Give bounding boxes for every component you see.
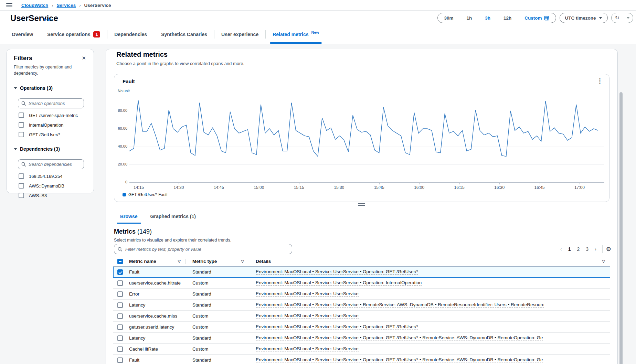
- filter-icon[interactable]: ▽: [241, 259, 244, 264]
- legend-swatch: [123, 193, 126, 196]
- table-row[interactable]: getuser.userid.latency Custom Environmen…: [113, 322, 610, 333]
- row-checkbox[interactable]: [117, 291, 123, 297]
- details-link[interactable]: Environment: MacOSLocal • Service: UserS…: [256, 302, 544, 308]
- row-checkbox[interactable]: [117, 280, 123, 286]
- vertical-scrollbar[interactable]: [619, 92, 623, 364]
- dependency-checkbox-row[interactable]: AWS::DynamoDB: [19, 183, 87, 189]
- chevron-right-icon: ›: [52, 3, 53, 8]
- time-range-3h[interactable]: 3h: [478, 15, 497, 21]
- table-row[interactable]: CacheHitRate Custom Environment: MacOSLo…: [113, 344, 610, 355]
- details-link[interactable]: Environment: MacOSLocal • Service: UserS…: [256, 335, 543, 341]
- chevron-down-icon: [627, 17, 629, 19]
- details-link[interactable]: Environment: MacOSLocal • Service: UserS…: [256, 357, 543, 363]
- details-link[interactable]: Environment: MacOSLocal • Service: UserS…: [256, 346, 359, 352]
- filter-icon[interactable]: ▽: [178, 259, 181, 264]
- tab-user-experience[interactable]: User experience: [214, 25, 265, 44]
- details-link[interactable]: Environment: MacOSLocal • Service: UserS…: [256, 324, 418, 330]
- select-all-checkbox[interactable]: [117, 259, 123, 264]
- legend-label: GET /GetUser/* Fault: [128, 192, 168, 197]
- checkbox[interactable]: [19, 132, 24, 137]
- details-link[interactable]: Environment: MacOSLocal • Service: UserS…: [256, 280, 422, 286]
- page-header: UserService Info 30m 1h 3h 12h Custom UT…: [0, 11, 636, 25]
- related-metrics-panel: Related metrics Choose a point in the gr…: [106, 49, 618, 364]
- dependency-checkbox-row[interactable]: 169.254.169.254: [19, 173, 87, 179]
- filters-panel: Filters ✕ Filter metrics by operation an…: [7, 49, 94, 193]
- close-icon[interactable]: ✕: [81, 55, 87, 61]
- table-row[interactable]: Fault Standard Environment: MacOSLocal •…: [113, 267, 610, 278]
- dependency-checkbox-row[interactable]: AWS::S3: [19, 193, 87, 198]
- tab-graphed-metrics[interactable]: Graphed metrics (1): [144, 210, 202, 223]
- search-icon: [21, 162, 26, 167]
- checkbox[interactable]: [19, 183, 24, 189]
- checkbox[interactable]: [19, 193, 24, 198]
- time-range-1h[interactable]: 1h: [460, 15, 479, 21]
- refresh-button[interactable]: ↻: [612, 13, 623, 23]
- row-checkbox[interactable]: [117, 335, 123, 341]
- x-axis-tick: 16:30: [494, 185, 505, 190]
- fault-chart-card: Fault ⋮ No unit 80.00 60.00 40.00 20.00 …: [114, 74, 610, 202]
- table-row[interactable]: Latency Standard Environment: MacOSLocal…: [113, 300, 610, 311]
- timezone-selector[interactable]: UTC timezone: [560, 13, 608, 23]
- dependencies-section-toggle[interactable]: Dependencies (3): [14, 146, 87, 152]
- table-row[interactable]: Fault Standard Environment: MacOSLocal •…: [113, 355, 610, 364]
- operation-checkbox-row[interactable]: InternalOperation: [19, 122, 87, 128]
- x-axis-tick: 16:15: [454, 185, 465, 190]
- row-checkbox[interactable]: [117, 269, 123, 275]
- chevron-right-icon: ›: [79, 3, 81, 8]
- table-row[interactable]: Latency Standard Environment: MacOSLocal…: [113, 333, 610, 344]
- time-range-30m[interactable]: 30m: [438, 15, 460, 21]
- refresh-icon: ↻: [615, 15, 619, 21]
- tab-related-metrics[interactable]: Related metrics New: [266, 25, 326, 44]
- caret-down-icon: [14, 87, 17, 89]
- breadcrumb-services[interactable]: Services: [57, 3, 76, 8]
- metrics-filter-input[interactable]: [114, 244, 292, 254]
- x-axis-tick: 16:45: [534, 185, 544, 190]
- details-link[interactable]: Environment: MacOSLocal • Service: UserS…: [256, 313, 359, 319]
- operations-section: Operations (3) GET /server-span-metric I…: [14, 85, 87, 137]
- operation-checkbox-row[interactable]: GET /GetUser/*: [19, 132, 87, 137]
- kebab-menu-icon[interactable]: ⋮: [597, 77, 603, 85]
- section-subtitle: Choose a point in the graphs to view cor…: [116, 61, 244, 66]
- tab-service-operations[interactable]: Service operations 1: [40, 25, 107, 44]
- tab-synthetics-canaries[interactable]: Synthetics Canaries: [154, 25, 214, 44]
- prev-page-button[interactable]: ‹: [558, 246, 564, 252]
- status-badge: 1: [93, 31, 100, 38]
- details-link[interactable]: Environment: MacOSLocal • Service: UserS…: [256, 269, 418, 275]
- operations-search-input[interactable]: [18, 98, 84, 108]
- x-axis-tick: 14:30: [173, 185, 184, 190]
- metrics-table: Metric name▽ Metric type▽ Details▽ Fault…: [113, 256, 610, 364]
- menu-icon[interactable]: [6, 3, 12, 7]
- details-link[interactable]: Environment: MacOSLocal • Service: UserS…: [256, 291, 359, 297]
- row-checkbox[interactable]: [117, 357, 123, 363]
- operations-section-toggle[interactable]: Operations (3): [14, 85, 87, 91]
- next-page-button[interactable]: ›: [592, 246, 599, 252]
- resize-handle[interactable]: [358, 203, 365, 206]
- row-checkbox[interactable]: [117, 313, 123, 319]
- page-3-button[interactable]: 3: [583, 246, 591, 252]
- refresh-options-button[interactable]: [623, 13, 633, 23]
- time-range-12h[interactable]: 12h: [497, 15, 518, 21]
- metrics-subtitle: Select metrics to visualize and explore …: [114, 238, 231, 243]
- row-checkbox[interactable]: [117, 302, 123, 308]
- info-link[interactable]: Info: [44, 18, 52, 22]
- row-checkbox[interactable]: [117, 324, 123, 330]
- tab-overview[interactable]: Overview: [5, 25, 40, 44]
- table-row[interactable]: userservice.cache.hitrate Custom Environ…: [113, 278, 610, 289]
- row-checkbox[interactable]: [117, 346, 123, 352]
- checkbox[interactable]: [19, 122, 24, 128]
- fault-line-chart[interactable]: [129, 93, 604, 183]
- time-range-custom[interactable]: Custom: [518, 15, 555, 21]
- table-row[interactable]: userservice.cache.miss Custom Environmen…: [113, 311, 610, 322]
- checkbox[interactable]: [19, 173, 24, 179]
- page-1-button[interactable]: 1: [566, 246, 573, 252]
- breadcrumb-cloudwatch[interactable]: CloudWatch: [21, 3, 48, 8]
- tab-dependencies[interactable]: Dependencies: [107, 25, 154, 44]
- page-2-button[interactable]: 2: [574, 246, 582, 252]
- gear-icon[interactable]: ⚙: [606, 246, 611, 253]
- table-row[interactable]: Error Standard Environment: MacOSLocal •…: [113, 289, 610, 300]
- operation-checkbox-row[interactable]: GET /server-span-metric: [19, 113, 87, 118]
- tab-browse[interactable]: Browse: [114, 210, 144, 223]
- checkbox[interactable]: [19, 113, 24, 118]
- dependencies-search-input[interactable]: [18, 159, 84, 169]
- filter-icon[interactable]: ▽: [602, 259, 605, 264]
